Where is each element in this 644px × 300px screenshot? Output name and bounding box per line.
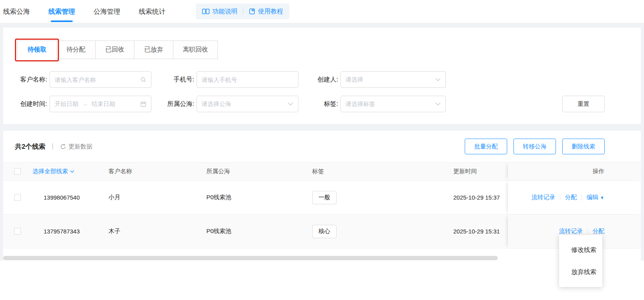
select-all-dropdown[interactable]: 选择全部线索: [22, 168, 105, 175]
column-header-actions: 操作: [508, 163, 641, 180]
refresh-icon: [60, 144, 66, 150]
top-navigation: 线索公海 线索管理 公海管理 线索统计 功能说明 使用教程: [0, 0, 644, 23]
cell-pool: P0线索池: [203, 228, 309, 235]
status-tab-recycled[interactable]: 已回收: [95, 41, 134, 59]
status-tab-pending-claim[interactable]: 待领取: [17, 41, 57, 59]
table-row: 13795787343 木子 P0线索池 核心 2025-10-29 15:31…: [3, 214, 641, 248]
list-header: 共2个线索 更新数据 批量分配 转移公海 删除线索: [3, 139, 641, 162]
phone-label: 手机号:: [164, 76, 194, 84]
phone-input[interactable]: [202, 76, 293, 83]
lead-table: 选择全部线索 客户名称 所属公海 标签 更新时间 操作 13998067540 …: [3, 162, 641, 254]
delete-leads-button[interactable]: 删除线索: [562, 139, 605, 154]
row-checkbox-cell: [3, 194, 22, 201]
refresh-data-link[interactable]: 更新数据: [60, 143, 92, 150]
status-tab-label: 待领取: [28, 46, 46, 54]
help-box: 功能说明 使用教程: [196, 4, 289, 19]
edit-dropdown-menu: 修改线索 放弃线索: [559, 235, 602, 287]
nav-tab-lead-management[interactable]: 线索管理: [48, 0, 75, 23]
cell-phone: 13795787343: [22, 228, 105, 235]
header-checkbox-cell: [3, 168, 22, 175]
lead-list-card: 共2个线索 更新数据 批量分配 转移公海 删除线索: [3, 131, 641, 261]
calendar-icon: [140, 101, 146, 107]
cell-customer-name: 小月: [105, 194, 203, 201]
divider: [52, 143, 53, 150]
column-header-pool: 所属公海: [203, 168, 309, 175]
select-all-checkbox[interactable]: [14, 168, 21, 175]
divider: [560, 194, 560, 200]
range-arrow-icon: →: [82, 101, 88, 107]
menu-item-modify-lead[interactable]: 修改线索: [559, 239, 602, 261]
menu-item-abandon-lead[interactable]: 放弃线索: [559, 261, 602, 283]
tutorial-label: 使用教程: [258, 7, 283, 16]
start-date-placeholder: 开始日期: [55, 100, 78, 108]
chevron-down-icon: [435, 78, 441, 81]
lead-count-summary: 共2个线索: [15, 142, 45, 151]
tag-chip: 核心: [312, 225, 337, 238]
filter-row-1: 客户名称: 手机号: 创建人: 请选择: [3, 71, 641, 88]
cell-tag: 一般: [309, 191, 450, 204]
status-tabs: 待领取 待分配 已回收 已放弃 离职回收: [3, 41, 641, 59]
card-gap: [3, 124, 641, 131]
table-row: 13998067540 小月 P0线索池 一般 2025-10-29 15:37…: [3, 180, 641, 214]
status-tab-abandoned[interactable]: 已放弃: [134, 41, 173, 59]
tutorial-link[interactable]: 使用教程: [249, 7, 283, 16]
cell-pool: P0线索池: [203, 194, 309, 201]
divider: [587, 228, 588, 234]
table-bottom-spacer: [3, 248, 641, 254]
transfer-pool-button[interactable]: 转移公海: [513, 139, 556, 154]
row-checkbox[interactable]: [14, 228, 21, 235]
filter-row-2: 创建时间: 开始日期 → 结束日期 所属公海: 请选择公海 标签:: [3, 96, 641, 112]
table-header-row: 选择全部线索 客户名称 所属公海 标签 更新时间 操作: [3, 162, 641, 180]
end-date-placeholder: 结束日期: [92, 100, 115, 108]
edit-dropdown-link[interactable]: 编辑 ▼: [587, 194, 604, 201]
cell-phone: 13998067540: [22, 194, 105, 201]
feature-guide-link[interactable]: 功能说明: [202, 7, 237, 16]
tag-chip: 一般: [312, 191, 337, 204]
flow-record-link[interactable]: 流转记录: [559, 228, 583, 235]
reset-button[interactable]: 重置: [562, 96, 605, 112]
search-icon[interactable]: [140, 77, 146, 83]
list-toolbar: 批量分配 转移公海 删除线索: [465, 139, 605, 154]
assign-link[interactable]: 分配: [592, 228, 604, 235]
status-tab-pending-assign[interactable]: 待分配: [56, 41, 96, 59]
select-all-label: 选择全部线索: [33, 168, 74, 175]
pool-placeholder: 请选择公海: [202, 100, 231, 108]
creator-label: 创建人:: [307, 76, 338, 84]
chevron-down-icon: [288, 102, 293, 106]
tag-label: 标签:: [307, 100, 338, 108]
customer-name-input[interactable]: [55, 76, 140, 83]
feature-guide-label: 功能说明: [212, 7, 237, 16]
open-book-icon: [202, 8, 210, 15]
divider: [243, 8, 243, 15]
row-checkbox[interactable]: [14, 194, 21, 201]
cell-tag: 核心: [309, 225, 450, 238]
cell-customer-name: 木子: [105, 228, 203, 235]
pool-select[interactable]: 请选择公海: [197, 96, 298, 112]
cell-updated-time: 2025-10-29 15:37: [450, 194, 508, 201]
flow-record-link[interactable]: 流转记录: [532, 194, 555, 201]
caret-down-icon: ▼: [600, 195, 604, 200]
refresh-label: 更新数据: [68, 143, 92, 150]
cell-updated-time: 2025-10-29 15:31: [450, 228, 508, 235]
column-header-updated: 更新时间: [450, 168, 508, 175]
date-range-picker[interactable]: 开始日期 → 结束日期: [50, 96, 151, 112]
creator-select[interactable]: 请选择: [340, 71, 446, 88]
cell-actions: 流转记录 分配 编辑 ▼: [508, 181, 641, 214]
nav-tab-pool-management[interactable]: 公海管理: [94, 0, 120, 23]
page-content: 待领取 待分配 已回收 已放弃 离职回收 客户名称: 手机号:: [0, 23, 644, 261]
chevron-down-icon: [435, 102, 441, 106]
filter-card: 待领取 待分配 已回收 已放弃 离职回收 客户名称: 手机号:: [3, 28, 641, 124]
creator-placeholder: 请选择: [346, 76, 363, 83]
nav-tab-lead-statistics[interactable]: 线索统计: [139, 0, 166, 23]
column-header-name: 客户名称: [105, 168, 203, 175]
divider: [581, 194, 582, 200]
customer-name-label: 客户名称:: [14, 76, 47, 84]
tag-select[interactable]: 请选择标签: [340, 96, 446, 112]
bookmark-icon: [249, 8, 255, 15]
status-tab-resignation-recycle[interactable]: 离职回收: [173, 41, 218, 59]
horizontal-scrollbar-thumb[interactable]: [3, 256, 498, 260]
batch-assign-button[interactable]: 批量分配: [465, 139, 507, 154]
nav-tab-lead-pool[interactable]: 线索公海: [3, 0, 30, 23]
horizontal-scrollbar-track[interactable]: [3, 256, 640, 261]
assign-link[interactable]: 分配: [565, 194, 577, 201]
